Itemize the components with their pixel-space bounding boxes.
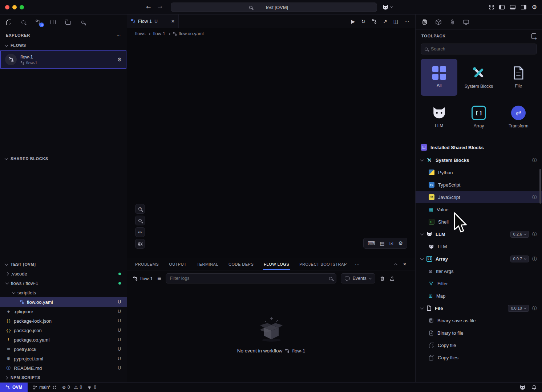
flow-card[interactable]: flow-1 flow-1 ⚙ (0, 50, 126, 69)
flow-canvas[interactable]: ↔ ⌨ ▤ ⊡ ⚙ (127, 39, 415, 258)
tile-file[interactable]: File (500, 59, 537, 96)
group-array[interactable]: [ ] Array 0.0.7 ⓘ (416, 253, 542, 265)
tile-system-blocks[interactable]: System Blocks (460, 59, 497, 96)
keyboard-shortcuts-icon[interactable]: ⌨ (368, 241, 375, 246)
add-toolpack-icon[interactable] (531, 33, 536, 39)
flow-settings-gear-icon[interactable]: ⚙ (117, 57, 122, 62)
fit-view-button[interactable]: ↔ (135, 227, 145, 237)
block-item-value[interactable]: ▦ Value (416, 203, 542, 216)
info-icon[interactable]: ⓘ (532, 306, 537, 311)
tile-transform[interactable]: ⇄ Transform (500, 99, 537, 136)
assistant-menu[interactable] (382, 4, 392, 10)
more-actions-icon[interactable]: ⋯ (117, 33, 121, 37)
block-item-shell[interactable]: >_ Shell (416, 216, 542, 228)
log-list-view-icon[interactable]: ≡ (157, 276, 162, 281)
rerun-flow-icon[interactable]: ↻ (361, 19, 365, 24)
tree-item-vscode[interactable]: .vscode (0, 269, 127, 278)
tab-project-bootstrap[interactable]: PROJECT BOOTSTRAP (295, 258, 351, 270)
toolpack-search-input[interactable] (431, 46, 533, 52)
zoom-out-button[interactable] (135, 216, 145, 225)
tree-item-flow-oo-yaml[interactable]: flow.oo.yaml U (0, 297, 127, 307)
group-llm[interactable]: LLM 0.2.6 ⓘ (416, 228, 542, 240)
tab-flow-1[interactable]: Flow 1 U ✕ (127, 15, 179, 28)
nav-forward-icon[interactable]: → (157, 4, 162, 10)
group-file[interactable]: File 0.0.10 ⓘ (416, 302, 542, 314)
problems-status[interactable]: ⊗ 0 ⚠ 0 (62, 385, 82, 390)
notifications-bell-icon[interactable] (531, 385, 537, 390)
export-flow-icon[interactable]: ↗ (383, 19, 387, 24)
split-editor-icon[interactable]: ◫ (393, 19, 398, 24)
filter-logs-input[interactable] (170, 276, 326, 281)
cat-icon[interactable] (519, 385, 526, 390)
toggle-bottom-panel-icon[interactable] (510, 5, 515, 9)
tab-output[interactable]: OUTPUT (165, 258, 191, 270)
block-item-filter[interactable]: Filter (416, 277, 542, 290)
more-panel-tabs-icon[interactable]: ⋯ (353, 262, 362, 266)
display-icon[interactable] (463, 19, 469, 25)
block-item-python[interactable]: Python (416, 166, 542, 179)
tree-item-scriptlets[interactable]: scriptlets (0, 288, 127, 297)
tree-item-pyproject-toml[interactable]: ⚙ pyproject.toml U (0, 354, 127, 363)
version-dropdown[interactable]: 0.0.7 (510, 256, 529, 262)
settings-gear-icon[interactable]: ⚙ (532, 4, 537, 10)
tree-item-poetry-lock[interactable]: ≡ poetry.lock U (0, 344, 127, 354)
tab-flow-logs[interactable]: FLOW LOGS (259, 258, 294, 270)
flows-activity-icon[interactable]: 9 (34, 18, 42, 26)
package-box-icon[interactable] (435, 19, 442, 25)
minimap-icon[interactable]: ▤ (380, 241, 384, 246)
export-logs-icon[interactable] (389, 276, 395, 281)
nav-back-icon[interactable]: ← (146, 4, 151, 10)
breadcrumb-flow-oo-yaml[interactable]: flow.oo.yaml (179, 31, 204, 36)
more-actions-icon[interactable]: ⋯ (404, 19, 409, 24)
tree-item-flows-flow-1[interactable]: flows / flow-1 (0, 278, 127, 288)
auto-layout-button[interactable] (135, 239, 145, 249)
folder-activity-icon[interactable] (64, 18, 72, 26)
tree-item-readme-md[interactable]: ⓘ README.md U (0, 363, 127, 373)
close-window-button[interactable] (5, 5, 9, 9)
shared-blocks-section-header[interactable]: SHARED BLOCKS (0, 154, 127, 163)
info-icon[interactable]: ⓘ (532, 232, 537, 237)
ports-status[interactable]: 0 (87, 385, 96, 390)
explorer-activity-icon[interactable] (4, 18, 12, 26)
window-search-input[interactable] (255, 5, 299, 10)
block-item-copy-file[interactable]: Copy file (416, 339, 542, 351)
tab-close-icon[interactable]: ✕ (171, 19, 175, 24)
search-activity-icon[interactable] (19, 18, 27, 26)
toolpack-search-field[interactable] (421, 44, 537, 54)
version-dropdown[interactable]: 0.0.10 (508, 305, 529, 312)
version-dropdown[interactable]: 0.2.6 (510, 231, 529, 238)
toggle-right-sidebar-icon[interactable] (521, 5, 526, 9)
filter-logs-field[interactable] (166, 273, 336, 283)
info-icon[interactable]: ⓘ (532, 257, 537, 261)
breadcrumb-flows[interactable]: flows (135, 31, 145, 36)
npm-scripts-section-header[interactable]: NPM SCRIPTS (0, 373, 127, 382)
block-item-typescript[interactable]: TS TypeScript (416, 179, 542, 191)
ovm-status-badge[interactable]: OVM (0, 383, 28, 392)
fullscreen-icon[interactable]: ⊡ (389, 241, 394, 246)
tile-array[interactable]: [ ] Array (460, 99, 497, 136)
block-item-binary-save-as-file[interactable]: Binary save as file (416, 314, 542, 327)
flow-graph-icon[interactable] (372, 19, 377, 24)
tree-item-package-oo-yaml[interactable]: ! package.oo.yaml U (0, 335, 127, 344)
tree-item-package-json[interactable]: {} package.json U (0, 326, 127, 335)
zoom-in-button[interactable] (135, 204, 145, 214)
rocket-icon[interactable] (449, 19, 456, 25)
group-system-blocks[interactable]: System Blocks ⓘ (416, 154, 542, 166)
tab-terminal[interactable]: TERMINAL (192, 258, 223, 270)
git-branch-status[interactable]: main* (33, 385, 57, 390)
minimize-window-button[interactable] (12, 5, 17, 9)
tab-problems[interactable]: PROBLEMS (131, 258, 163, 270)
breadcrumb-flow-1[interactable]: flow-1 (153, 31, 165, 36)
block-item-iter-args[interactable]: ⊠ Iter Args (416, 265, 542, 277)
info-icon[interactable]: ⓘ (532, 158, 537, 163)
info-icon[interactable]: ⓘ (532, 195, 537, 200)
maximize-window-button[interactable] (20, 5, 24, 9)
blocks-activity-icon[interactable] (49, 18, 57, 26)
events-dropdown[interactable]: Events (341, 273, 375, 283)
block-item-map[interactable]: ⊞ Map (416, 290, 542, 302)
toggle-left-sidebar-icon[interactable] (499, 5, 505, 9)
close-panel-icon[interactable]: ✕ (403, 262, 406, 266)
tile-all[interactable]: All (421, 59, 457, 96)
block-item-copy-flies[interactable]: Copy flies (416, 351, 542, 364)
run-flow-icon[interactable]: ▶ (351, 19, 355, 24)
